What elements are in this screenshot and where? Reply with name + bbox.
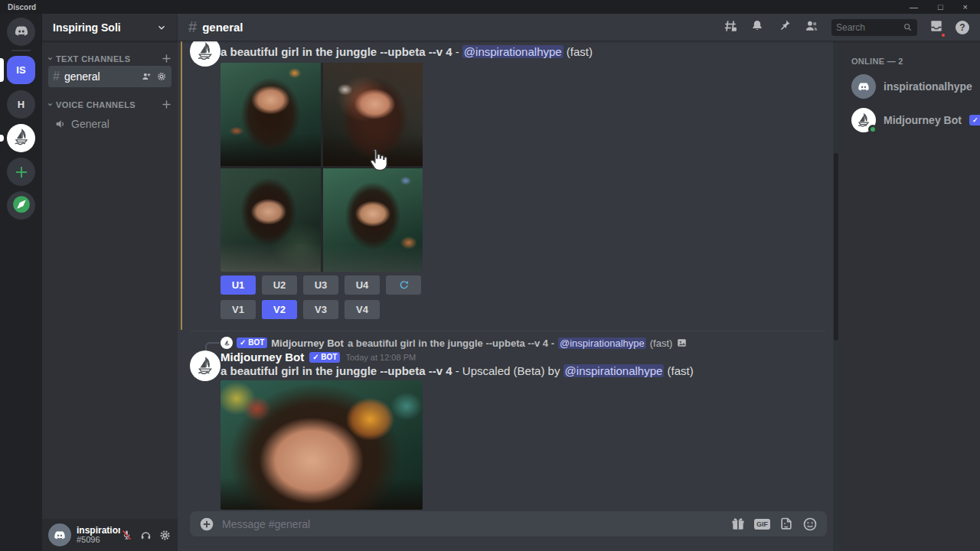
explore-button[interactable] <box>7 191 35 220</box>
threads-icon[interactable] <box>723 18 738 37</box>
bot-badge: ✓ BOT <box>969 115 980 126</box>
notifications-bell-icon[interactable] <box>750 18 765 37</box>
search-input[interactable] <box>836 22 903 33</box>
add-server-button[interactable] <box>7 158 35 186</box>
server-name: Inspiring Soli <box>53 21 121 34</box>
message-1-text: a beautiful girl in the junggle --upbeta… <box>220 45 593 58</box>
message-2-header: Midjourney Bot ✓ BOT Today at 12:08 PM <box>220 350 416 364</box>
midjourney-bot-avatar[interactable] <box>190 41 220 67</box>
text-channels-section[interactable]: TEXT CHANNELS <box>42 54 178 64</box>
server-midjourney[interactable] <box>7 124 35 152</box>
channel-name: general <box>64 70 100 83</box>
search-box[interactable] <box>831 19 917 36</box>
scrollbar-thumb[interactable] <box>834 153 838 341</box>
message-list: a beautiful girl in the junggle --upbeta… <box>178 41 833 510</box>
message-composer[interactable]: GIF <box>190 511 827 536</box>
server-initials: IS <box>16 64 25 76</box>
member-name: inspirationalhype <box>884 80 972 93</box>
window-title: Discord <box>8 3 36 11</box>
server-h[interactable]: H <box>7 90 35 119</box>
sailboat-icon <box>194 41 216 62</box>
rail-divider <box>11 50 31 51</box>
upscaled-image[interactable] <box>220 380 423 510</box>
grid-image-2[interactable] <box>323 63 423 166</box>
user-mention[interactable]: @inspirationalhype <box>564 364 665 377</box>
gif-picker-icon[interactable]: GIF <box>754 519 770 530</box>
message-input[interactable] <box>222 518 723 530</box>
chevron-icon <box>47 55 54 62</box>
member-inspirationalhype[interactable]: inspirationalhype <box>851 73 974 99</box>
member-list-icon[interactable] <box>803 18 820 37</box>
grid-image-4[interactable] <box>323 168 423 272</box>
sailboat-icon <box>11 127 31 149</box>
message-2-text: a beautiful girl in the junggle --upbeta… <box>220 364 694 377</box>
prompt-text: a beautiful girl in the junggle --upbeta… <box>220 364 452 377</box>
server-initials: H <box>18 99 24 110</box>
reroll-button[interactable] <box>386 276 421 295</box>
button-v1[interactable]: V1 <box>220 300 256 319</box>
close-button[interactable]: × <box>963 0 968 14</box>
help-icon[interactable]: ? <box>956 21 969 34</box>
section-label: VOICE CHANNELS <box>56 100 136 109</box>
grid-image-1[interactable] <box>220 63 321 166</box>
settings-gear-icon[interactable] <box>158 529 172 542</box>
reply-username[interactable]: Midjourney Bot <box>271 337 344 349</box>
unread-indicator <box>0 135 4 142</box>
headphones-icon[interactable] <box>139 529 152 542</box>
channel-settings-icon[interactable] <box>156 71 167 82</box>
sticker-icon[interactable] <box>779 517 794 532</box>
inbox-icon[interactable] <box>929 18 944 37</box>
voice-channels-section[interactable]: VOICE CHANNELS <box>42 99 178 109</box>
create-channel-icon[interactable] <box>162 99 172 109</box>
discord-window: Discord — □ × IS H <box>0 0 980 551</box>
button-u4[interactable]: U4 <box>345 276 380 295</box>
upscaled-label: - Upscaled (Beta) by <box>456 364 560 377</box>
button-u3[interactable]: U3 <box>303 276 338 295</box>
user-mention[interactable]: @inspirationalhype <box>558 337 646 349</box>
server-inspiring-soli[interactable]: IS <box>7 56 35 84</box>
user-avatar[interactable] <box>48 523 71 546</box>
maximize-button[interactable]: □ <box>938 0 943 14</box>
user-info[interactable]: inspiration... #5096 <box>77 526 120 544</box>
channel-name: General <box>71 118 109 130</box>
emoji-icon[interactable] <box>802 517 818 532</box>
button-u1[interactable]: U1 <box>220 276 256 295</box>
server-header[interactable]: Inspiring Soli <box>42 14 178 41</box>
chat-scrollbar <box>833 41 839 551</box>
button-v3[interactable]: V3 <box>303 300 338 319</box>
create-channel-icon[interactable] <box>162 54 172 64</box>
bot-badge: ✓ BOT <box>309 352 340 363</box>
midjourney-bot-avatar[interactable] <box>190 350 220 381</box>
user-mention[interactable]: @inspirationalhype <box>462 45 564 58</box>
generated-image-grid[interactable] <box>220 63 423 272</box>
grid-image-3[interactable] <box>220 168 321 272</box>
button-v4[interactable]: V4 <box>345 300 380 319</box>
attach-plus-icon[interactable] <box>199 517 214 532</box>
home-button[interactable] <box>7 18 35 46</box>
online-header: ONLINE — 2 <box>851 57 974 66</box>
member-midjourney-bot[interactable]: Midjourney Bot ✓ BOT <box>851 107 974 133</box>
button-u2[interactable]: U2 <box>262 276 297 295</box>
upscale-button-row: U1 U2 U3 U4 <box>220 276 421 295</box>
sailboat-icon <box>194 355 216 377</box>
selected-server-pill <box>0 58 4 82</box>
hash-icon: # <box>53 70 60 83</box>
channel-general[interactable]: # general <box>48 66 172 87</box>
pinned-messages-icon[interactable] <box>776 18 792 37</box>
reply-reference[interactable]: ✓ BOT Midjourney Bot a beautiful girl in… <box>220 337 688 349</box>
button-v2[interactable]: V2 <box>262 300 297 319</box>
channel-voice-general[interactable]: General <box>42 114 178 134</box>
user-discriminator: #5096 <box>77 536 120 545</box>
fast-label: (fast) <box>567 45 593 58</box>
message-username[interactable]: Midjourney Bot <box>220 350 304 364</box>
invite-people-icon[interactable] <box>141 71 152 82</box>
message-divider <box>190 331 825 331</box>
channel-sidebar: Inspiring Soli TEXT CHANNELS # general V… <box>42 14 178 551</box>
gift-icon[interactable] <box>730 517 746 532</box>
mic-muted-icon[interactable] <box>120 529 133 542</box>
timestamp: Today at 12:08 PM <box>345 353 416 362</box>
user-panel: inspiration... #5096 <box>42 519 178 551</box>
member-avatar <box>851 74 876 99</box>
minimize-button[interactable]: — <box>910 0 918 14</box>
reply-avatar <box>220 337 233 349</box>
